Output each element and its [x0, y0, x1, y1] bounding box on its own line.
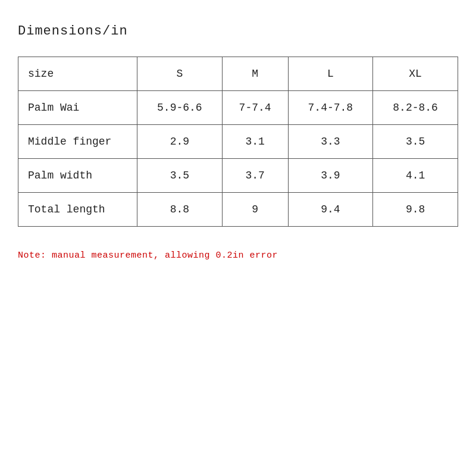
- cell-0-2: 7-7.4: [222, 91, 288, 125]
- cell-3-3: 9.4: [288, 193, 373, 227]
- cell-1-0: Middle finger: [18, 125, 137, 159]
- note-text: Note: manual measurement, allowing 0.2in…: [18, 250, 458, 261]
- page-title: Dimensions/in: [18, 24, 458, 39]
- cell-1-1: 2.9: [137, 125, 223, 159]
- cell-2-3: 3.9: [288, 159, 373, 193]
- header-m: M: [222, 57, 288, 91]
- header-xl: XL: [373, 57, 458, 91]
- cell-3-1: 8.8: [137, 193, 223, 227]
- cell-1-3: 3.3: [288, 125, 373, 159]
- table-row: Palm Wai5.9-6.67-7.47.4-7.88.2-8.6: [18, 91, 458, 125]
- header-l: L: [288, 57, 373, 91]
- cell-2-0: Palm width: [18, 159, 137, 193]
- cell-2-1: 3.5: [137, 159, 223, 193]
- cell-1-4: 3.5: [373, 125, 458, 159]
- cell-0-3: 7.4-7.8: [288, 91, 373, 125]
- cell-3-2: 9: [222, 193, 288, 227]
- cell-0-0: Palm Wai: [18, 91, 137, 125]
- cell-2-2: 3.7: [222, 159, 288, 193]
- cell-1-2: 3.1: [222, 125, 288, 159]
- table-row: Palm width3.53.73.94.1: [18, 159, 458, 193]
- header-s: S: [137, 57, 223, 91]
- cell-3-4: 9.8: [373, 193, 458, 227]
- cell-0-4: 8.2-8.6: [373, 91, 458, 125]
- cell-0-1: 5.9-6.6: [137, 91, 223, 125]
- cell-3-0: Total length: [18, 193, 137, 227]
- cell-2-4: 4.1: [373, 159, 458, 193]
- table-header-row: size S M L XL: [18, 57, 458, 91]
- header-size: size: [18, 57, 137, 91]
- table-row: Middle finger2.93.13.33.5: [18, 125, 458, 159]
- table-row: Total length8.899.49.8: [18, 193, 458, 227]
- size-table: size S M L XL Palm Wai5.9-6.67-7.47.4-7.…: [18, 57, 458, 227]
